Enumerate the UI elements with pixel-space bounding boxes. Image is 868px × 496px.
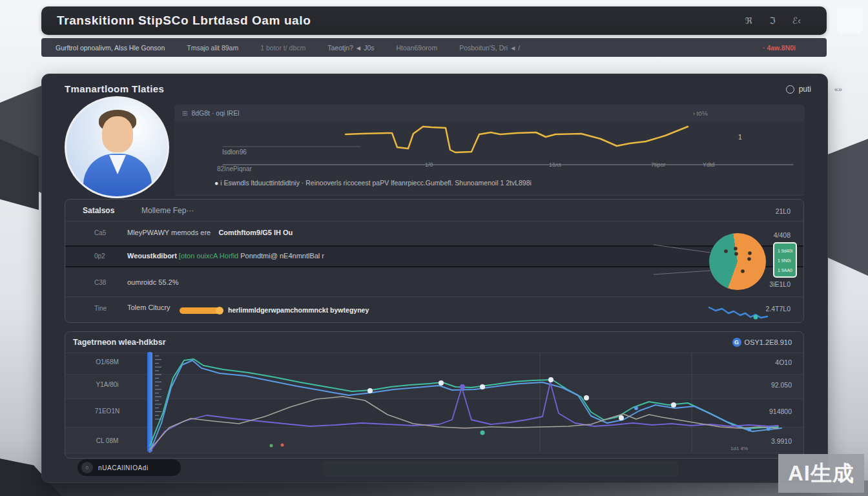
axis-tick-1: 1/0: [425, 161, 433, 168]
bottom-chart-meta: G OSY1.2E8.910: [732, 338, 792, 347]
row-key: C38: [94, 279, 106, 286]
top-chart-marker: 1: [738, 133, 742, 141]
top-chart-series-label-2: 82InePiqnar: [217, 165, 252, 172]
divider-dark: [65, 266, 803, 267]
bg-top-right-tile: [837, 8, 863, 34]
value-label-1: 4O10: [775, 358, 792, 366]
row-label-1: O1/68M: [81, 358, 133, 366]
top-chart-label: ⊞ 8dG8t · oqi lREl: [182, 109, 240, 117]
refresh-button[interactable]: puti: [786, 85, 811, 94]
top-chart-series-label-1: Isdlon96: [222, 149, 247, 156]
nav-item-2[interactable]: Tmsajo alit 89am: [187, 44, 238, 52]
bottom-chart-title: Tagetrneon wlea-hdkbsr: [73, 338, 166, 347]
row-text: MleyPWAWY memods ere Comthftom9/G5 IH Ou: [127, 229, 293, 236]
legend-line-1: 1 9d40i: [778, 246, 796, 256]
refresh-label: puti: [799, 85, 811, 94]
axis-tick-2: 16ʌs: [549, 161, 561, 168]
page: Transkitionn StipSCo Lbrtdasd Oam ualo ℜ…: [0, 0, 868, 496]
top-chart-link[interactable]: › t0⅙: [693, 110, 708, 117]
header-icon-3[interactable]: ℰ‹: [792, 16, 801, 26]
ai-watermark: AI生成: [778, 454, 864, 493]
top-chart-label-text: 8dG8t · oqi lREl: [191, 109, 239, 117]
badge-icon: G: [732, 338, 741, 347]
row-label-3: 71EO1N: [81, 408, 133, 415]
footer-pill-button[interactable]: ○ nUACAllNIOAdi: [78, 459, 181, 476]
row-key: 0p2: [94, 253, 105, 260]
row-text-green: [oton ouixcA Horfid: [179, 252, 240, 260]
blue-axis-bar: [147, 352, 152, 452]
row-text: Tolem Citucry: [127, 304, 170, 311]
bullet-icon: ●: [214, 179, 218, 187]
row-value: 3iE1L0: [769, 280, 790, 288]
top-chart-header: [174, 105, 805, 121]
footer-pill-icon: ○: [81, 462, 93, 473]
divider: [65, 453, 803, 453]
legend-line-2: 1 9N0i: [778, 256, 796, 265]
nav-item-6[interactable]: Posboitun'S, Dri ◄ /: [459, 44, 520, 52]
row-label-2: Y1A/80i: [81, 381, 133, 388]
description-text: i Eswndls ltduucttintdidtniy · Reinoover…: [220, 179, 532, 187]
progress-bar-cap: [216, 307, 223, 315]
divider: [65, 374, 803, 375]
row-text-b: Ponndtmi@ nE4nmntlBal r: [240, 252, 324, 260]
value-label-2: 92.050: [771, 381, 792, 389]
grid-icon: ⊞: [182, 110, 187, 117]
pie-legend: 1 9d40i 1 9N0i 1 9AA0: [773, 242, 797, 278]
top-chart-panel: ⊞ 8dG8t · oqi lREl › t0⅙ 1 Isdlon96 82In…: [174, 105, 805, 196]
header-icons: ℜ ℑ ℰ‹: [745, 16, 827, 26]
avatar-face: [102, 116, 133, 152]
card-title: Tmanartloom Tlaties: [65, 83, 164, 94]
nav-bar: Gurftrol opnoalivm, Alss Hle Gonson Tmsa…: [41, 38, 827, 57]
bottom-chart-right-label: OSY1.2E8.910: [745, 338, 792, 346]
watermark-text: AI生成: [788, 459, 854, 488]
header-icon-2[interactable]: ℑ: [769, 16, 776, 26]
nav-alert-text: · 4aw.8N0i: [763, 44, 827, 52]
nav-item-1[interactable]: Gurftrol opnoalivm, Alss Hle Gonson: [56, 44, 165, 52]
card-menu-icon[interactable]: «»: [834, 85, 842, 93]
table-header-value: 21L0: [776, 207, 790, 215]
chart-footnote: 1d1 4%: [730, 446, 748, 451]
divider: [65, 353, 803, 353]
app-title: Transkitionn StipSCo Lbrtdasd Oam ualo: [41, 14, 311, 28]
chart-band: [66, 427, 803, 453]
divider: [65, 221, 803, 222]
progress-bar-label: herlimmldgerwpamchommnckt bywtegyney: [228, 306, 369, 314]
header-bar: Transkitionn StipSCo Lbrtdasd Oam ualo ℜ…: [41, 6, 827, 35]
row-text-a: Weoustkdibort: [127, 252, 179, 260]
row-label-4: CL 08M: [81, 437, 133, 444]
row-text: Weoustkdibort [oton ouixcA Horfid Ponndt…: [127, 252, 324, 260]
bg-right-wedge: [825, 139, 868, 276]
divider: [65, 427, 803, 428]
axis-tick-4: Ydtd: [703, 161, 715, 168]
nav-item-5[interactable]: Htoan69orom: [397, 44, 438, 52]
user-avatar[interactable]: [65, 96, 169, 198]
stats-table: Satalsos Molleme Fep··· 21L0 Ca5 MleyPWA…: [65, 199, 804, 323]
progress-bar: [180, 307, 222, 314]
divider: [65, 398, 803, 399]
value-label-4: 3.9910: [771, 437, 792, 445]
tab-satalsos[interactable]: Satalsos: [83, 206, 114, 215]
axis-tick-3: 7tipor: [651, 161, 666, 168]
row-text-a: MleyPWAWY memods ere: [127, 229, 211, 236]
nav-item-4[interactable]: Taeotjn? ◄ J0s: [327, 44, 374, 52]
row-key: Tine: [94, 305, 107, 312]
bottom-chart-panel: Tagetrneon wlea-hdkbsr G OSY1.2E8.910 O1…: [65, 331, 804, 459]
value-label-3: 914800: [769, 408, 792, 415]
top-chart-description: ●i Eswndls ltduucttintdidtniy · Reinoove…: [214, 179, 532, 187]
chart-band: [66, 374, 803, 398]
nav-item-3[interactable]: 1 botor t/ dbcm: [260, 44, 305, 52]
row-text: oumroidc 55.2%: [127, 278, 179, 286]
divider-dark: [65, 245, 803, 247]
tab-molleme[interactable]: Molleme Fep···: [141, 206, 194, 215]
header-icon-1[interactable]: ℜ: [745, 16, 752, 26]
row-key: Ca5: [94, 229, 106, 236]
row-value: 2.4T7L0: [765, 305, 790, 313]
footer-pill-label: nUACAllNIOAdi: [98, 464, 149, 471]
row-text-b: Comthftom9/G5 IH Ou: [218, 229, 293, 236]
divider: [65, 296, 803, 297]
pie-chart: [709, 233, 766, 290]
footer-ghost-bar: [323, 461, 678, 477]
row-value: 4/408: [774, 231, 790, 239]
legend-line-3: 1 9AA0: [778, 265, 796, 275]
refresh-icon: [786, 85, 794, 94]
